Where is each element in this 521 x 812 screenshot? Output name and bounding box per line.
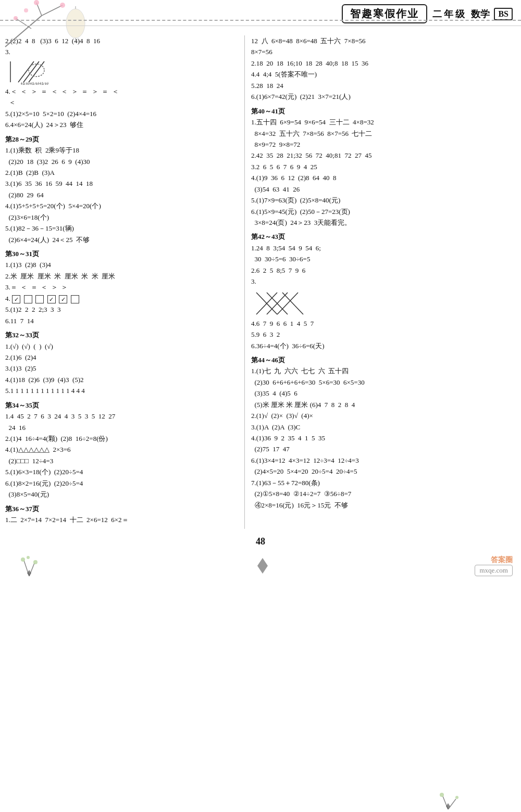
s44-4: 4.(1)36 9 2 35 4 1 5 35	[251, 433, 516, 443]
s32-1: 1.(√) (√) ( ) (√)	[5, 341, 239, 352]
s32-2: 2.(1)6 (2)4	[5, 352, 239, 363]
s34-6: 6.(1)8×2=16(元) (2)20÷5=4	[5, 478, 239, 489]
s30-3: 3.＝ ＜ ＝ ＜ ＞ ＞	[5, 282, 239, 293]
bottom-decoration: 答案圈 mxqe.com	[0, 548, 521, 578]
section-32-33-title: 第32～33页	[5, 329, 239, 340]
s28-4b: (2)3×6=18(个)	[5, 212, 239, 223]
section-right-top: 12 八 6×8=48 8×6=48 五十六 7×8=56 8×7=56 2.1…	[251, 35, 516, 103]
r-line-2: 8×7=56	[251, 46, 516, 57]
s32-4: 4.(1)18 (2)6 (3)9 (4)3 (5)2	[5, 374, 239, 385]
s44-6b: (2)4×5=20 5×4=20 20÷5=4 20÷4=5	[251, 466, 516, 477]
svg-point-28	[27, 556, 30, 559]
checkbox-empty-2	[35, 295, 44, 303]
s44-1: 1.(1)七 九 六六 七七 六 五十四	[251, 365, 516, 376]
checkbox-empty-1	[24, 295, 32, 303]
s42-1: 1.24 8 3;54 54 9 54 6;	[251, 243, 516, 253]
s44-7: 7.(1)63－55＋72=80(条)	[251, 477, 516, 488]
s44-6: 6.(1)3×4=12 4×3=12 12÷3=4 12÷4=3	[251, 455, 516, 466]
section-32-33: 第32～33页 1.(√) (√) ( ) (√) 2.(1)6 (2)4 3.…	[5, 329, 239, 397]
r-line-1: 12 八 6×8=48 8×6=48 五十六 7×8=56	[251, 35, 516, 46]
svg-point-33	[440, 793, 444, 797]
checkbox-checked-1: ✓	[12, 295, 20, 303]
s30-1: 1.(1)3 (2)8 (3)4	[5, 259, 239, 270]
left-line-6: 6.4×6=24(人) 24＞23 够住	[5, 119, 239, 130]
bottom-center-diamond	[255, 555, 270, 576]
answer-brand: 答案圈	[491, 555, 513, 565]
svg-marker-35	[446, 803, 450, 809]
section-44-46: 第44～46页 1.(1)七 九 六六 七七 六 五十四 (2)30 6+6+6…	[251, 354, 516, 511]
s42-4: 4.6 7 9 6 6 1 4 5 7	[251, 318, 516, 329]
subject-label: 数学	[471, 8, 490, 20]
brand-watermark: 答案圈 mxqe.com	[475, 555, 513, 576]
s34-1b: 24 16	[5, 422, 239, 433]
s28-2: 2.(1)B (2)B (3)A	[5, 167, 239, 178]
svg-line-22	[277, 293, 298, 314]
s34-4: 4.(1)△△△△△△ 2×3=6	[5, 444, 239, 455]
section-30-31-title: 第30～31页	[5, 248, 239, 259]
cross-diagram-3: 快对快对快对 快对快对快对	[5, 59, 68, 85]
page-header: 智趣寒假作业 二年级 数学 BS	[0, 0, 521, 26]
s34-6b: (3)8×5=40(元)	[5, 489, 239, 500]
s42-5: 5.9 6 3 2	[251, 329, 516, 340]
cross-diagram-42	[251, 288, 314, 317]
checkbox-checked-3: ✓	[59, 295, 67, 303]
s44-1c: (3)35 4 (4)5 6	[251, 388, 516, 399]
s44-7c: ④2×8=16(元) 16元＞15元 不够	[251, 500, 516, 511]
s44-7b: (2)①5×8=40 ②14÷2=7 ③56÷8=7	[251, 488, 516, 499]
s40-2: 2.42 35 28 21;32 56 72 40;81 72 27 45	[251, 150, 516, 161]
s40-3: 3.2 6 5 6 7 6 9 4 25	[251, 161, 516, 172]
section-28-29: 第28～29页 1.(1)乘数 积 2乘9等于18 (2)20 18 (3)2 …	[5, 134, 239, 245]
left-line-4: 4.＜ ＜ ＞ ＝ ＜ ＜ ＞ ＝ ＞ ＝ ＜	[5, 86, 239, 97]
s44-4b: (2)75 17 47	[251, 443, 516, 454]
bottom-right-plant	[432, 789, 474, 809]
s34-4b: (2)□□□ 12÷4=3	[5, 455, 239, 466]
s40-6b: 3×8=24(页) 24＞23 3天能看完。	[251, 217, 516, 228]
svg-point-15	[29, 64, 44, 77]
svg-point-26	[21, 557, 25, 562]
s40-4: 4.(1)9 36 6 12 (2)8 64 40 8	[251, 172, 516, 183]
section-34-35: 第34～35页 1.4 45 2 7 6 3 24 4 3 5 3 5 12 2…	[5, 400, 239, 500]
s36-1: 1.二 2×7=14 7×2=14 十二 2×6=12 6×2＝	[5, 514, 239, 525]
checkbox-empty-3	[71, 295, 79, 303]
section-40-41-title: 第40～41页	[251, 106, 516, 117]
r-line-4: 4.4 4;4 5(答案不唯一)	[251, 69, 516, 80]
s42-1b: 30 30÷5=6 30÷6=5	[251, 253, 516, 264]
section-28-29-title: 第28～29页	[5, 134, 239, 145]
grade-label: 二年级	[432, 8, 467, 20]
s44-1d: (5)米 厘米 米 厘米 (6)4 7 8 2 8 4	[251, 399, 516, 410]
s44-3: 3.(1)A (2)A (3)C	[251, 422, 516, 433]
left-line-5: 5.(1)2×5=10 5×2=10 (2)4×4=16	[5, 108, 239, 119]
s40-1c: 8×9=72 9×8=72	[251, 139, 516, 150]
section-44-46-title: 第44～46页	[251, 354, 516, 365]
s30-4: 4. ✓ ✓ ✓	[5, 293, 239, 304]
s30-5: 5.(1)2 2 2 2;3 3 3	[5, 304, 239, 315]
svg-marker-30	[257, 558, 268, 574]
s28-3: 3.(1)6 35 36 16 59 44 14 18	[5, 178, 239, 189]
s32-5: 5.1 1 1 1 1 1 1 1 1 1 1 1 4 4 4	[5, 385, 239, 396]
r-line-3: 2.18 20 18 16;10 18 28 40;8 18 15 36	[251, 58, 516, 69]
section-34-35-title: 第34～35页	[5, 400, 239, 411]
r-line-6: 6.(1)6×7=42(元) (2)21 3×7=21(人)	[251, 91, 516, 102]
left-column: 2.(2)2 4 8 (3)3 6 12 (4)4 8 16 3. 快对快对快对…	[5, 35, 245, 529]
website-logo: mxqe.com	[475, 565, 513, 576]
svg-point-27	[33, 560, 38, 564]
page-number: 48	[0, 533, 521, 548]
s28-1b: (2)20 18 (3)2 26 6 9 (4)30	[5, 156, 239, 167]
s28-1: 1.(1)乘数 积 2乘9等于18	[5, 145, 239, 156]
s28-5: 5.(1)82－36－15=31(辆)	[5, 223, 239, 234]
svg-line-32	[448, 799, 456, 809]
s28-3b: (2)80 29 64	[5, 189, 239, 200]
s32-3: 3.(1)3 (2)5	[5, 363, 239, 374]
s42-2: 2.6 2 5 8;5 7 9 6	[251, 265, 516, 276]
s28-4: 4.(1)5+5+5+5=20(个) 5×4=20(个)	[5, 200, 239, 211]
section-42-43-title: 第42～43页	[251, 231, 516, 242]
svg-text:快对快对快对: 快对快对快对	[20, 82, 49, 85]
section-40-41: 第40～41页 1.五十四 6×9=54 9×6=54 三十二 4×8=32 8…	[251, 106, 516, 229]
s34-1: 1.4 45 2 7 6 3 24 4 3 5 3 5 12 27	[5, 411, 239, 422]
section-left-1: 2.(2)2 4 8 (3)3 6 12 (4)4 8 16 3. 快对快对快对…	[5, 35, 239, 131]
r-line-5: 5.28 18 24	[251, 80, 516, 91]
s40-5: 5.(1)7×9=63(页) (2)5×8=40(元)	[251, 195, 516, 206]
s42-3: 3.	[251, 276, 516, 316]
s44-2: 2.(1)√ (2)× (3)√ (4)×	[251, 410, 516, 421]
svg-point-34	[455, 796, 458, 799]
